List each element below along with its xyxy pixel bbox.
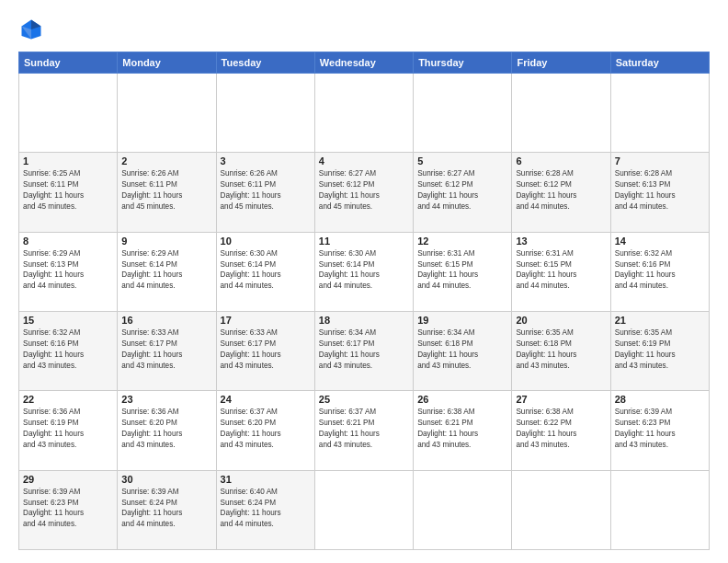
day-number: 20 (516, 315, 606, 326)
calendar-cell: 15Sunrise: 6:32 AMSunset: 6:16 PMDayligh… (19, 311, 118, 390)
calendar-cell (19, 74, 118, 153)
day-info: Sunrise: 6:30 AMSunset: 6:14 PMDaylight:… (221, 248, 311, 293)
calendar-cell: 25Sunrise: 6:37 AMSunset: 6:21 PMDayligh… (314, 391, 413, 470)
day-info: Sunrise: 6:39 AMSunset: 6:24 PMDaylight:… (121, 487, 211, 531)
day-info: Sunrise: 6:27 AMSunset: 6:12 PMDaylight:… (319, 168, 409, 213)
calendar-cell (610, 470, 709, 549)
day-info: Sunrise: 6:28 AMSunset: 6:12 PMDaylight:… (516, 168, 606, 213)
calendar-cell (414, 74, 512, 153)
day-info: Sunrise: 6:34 AMSunset: 6:17 PMDaylight:… (319, 327, 409, 372)
day-number: 31 (221, 474, 311, 485)
logo-icon (18, 17, 44, 42)
day-info: Sunrise: 6:29 AMSunset: 6:14 PMDaylight:… (121, 248, 211, 293)
calendar-cell: 17Sunrise: 6:33 AMSunset: 6:17 PMDayligh… (216, 311, 314, 390)
col-header-friday: Friday (512, 52, 610, 74)
day-number: 21 (615, 315, 705, 326)
calendar-cell: 2Sunrise: 6:26 AMSunset: 6:11 PMDaylight… (118, 153, 216, 232)
day-info: Sunrise: 6:38 AMSunset: 6:22 PMDaylight:… (516, 407, 606, 451)
day-info: Sunrise: 6:32 AMSunset: 6:16 PMDaylight:… (23, 327, 113, 372)
calendar-cell: 22Sunrise: 6:36 AMSunset: 6:19 PMDayligh… (19, 391, 118, 470)
day-info: Sunrise: 6:28 AMSunset: 6:13 PMDaylight:… (615, 168, 705, 213)
day-number: 2 (121, 155, 211, 167)
day-number: 13 (516, 236, 606, 247)
day-number: 6 (516, 155, 606, 167)
day-number: 1 (23, 155, 113, 167)
calendar-cell: 27Sunrise: 6:38 AMSunset: 6:22 PMDayligh… (512, 391, 610, 470)
day-info: Sunrise: 6:35 AMSunset: 6:19 PMDaylight:… (615, 327, 705, 372)
day-info: Sunrise: 6:34 AMSunset: 6:18 PMDaylight:… (417, 327, 507, 372)
calendar-cell (314, 74, 413, 153)
day-info: Sunrise: 6:30 AMSunset: 6:14 PMDaylight:… (319, 248, 409, 293)
col-header-monday: Monday (118, 52, 216, 74)
day-number: 26 (417, 394, 507, 405)
calendar-cell: 8Sunrise: 6:29 AMSunset: 6:13 PMDaylight… (19, 232, 118, 311)
calendar-cell: 6Sunrise: 6:28 AMSunset: 6:12 PMDaylight… (512, 153, 610, 232)
col-header-thursday: Thursday (414, 52, 512, 74)
col-header-saturday: Saturday (610, 52, 709, 74)
calendar-cell: 30Sunrise: 6:39 AMSunset: 6:24 PMDayligh… (118, 470, 216, 549)
day-number: 5 (417, 155, 507, 167)
day-number: 14 (615, 236, 705, 247)
calendar-cell (414, 470, 512, 549)
calendar-cell: 10Sunrise: 6:30 AMSunset: 6:14 PMDayligh… (216, 232, 314, 311)
calendar-cell: 11Sunrise: 6:30 AMSunset: 6:14 PMDayligh… (314, 232, 413, 311)
day-number: 29 (23, 474, 113, 485)
header (18, 17, 710, 42)
day-number: 19 (417, 315, 507, 326)
calendar-cell: 7Sunrise: 6:28 AMSunset: 6:13 PMDaylight… (610, 153, 709, 232)
calendar-cell: 9Sunrise: 6:29 AMSunset: 6:14 PMDaylight… (118, 232, 216, 311)
day-number: 25 (319, 394, 409, 405)
calendar-cell: 31Sunrise: 6:40 AMSunset: 6:24 PMDayligh… (216, 470, 314, 549)
calendar-cell: 16Sunrise: 6:33 AMSunset: 6:17 PMDayligh… (118, 311, 216, 390)
logo (18, 17, 48, 42)
calendar-cell: 26Sunrise: 6:38 AMSunset: 6:21 PMDayligh… (414, 391, 512, 470)
day-number: 15 (23, 315, 113, 326)
calendar-cell: 1Sunrise: 6:25 AMSunset: 6:11 PMDaylight… (19, 153, 118, 232)
col-header-sunday: Sunday (19, 52, 118, 74)
day-info: Sunrise: 6:26 AMSunset: 6:11 PMDaylight:… (221, 168, 311, 213)
day-number: 9 (121, 236, 211, 247)
calendar-cell: 3Sunrise: 6:26 AMSunset: 6:11 PMDaylight… (216, 153, 314, 232)
day-info: Sunrise: 6:36 AMSunset: 6:19 PMDaylight:… (23, 407, 113, 451)
calendar-cell: 21Sunrise: 6:35 AMSunset: 6:19 PMDayligh… (610, 311, 709, 390)
day-info: Sunrise: 6:38 AMSunset: 6:21 PMDaylight:… (417, 407, 507, 451)
col-header-tuesday: Tuesday (216, 52, 314, 74)
calendar-cell: 18Sunrise: 6:34 AMSunset: 6:17 PMDayligh… (314, 311, 413, 390)
day-info: Sunrise: 6:26 AMSunset: 6:11 PMDaylight:… (121, 168, 211, 213)
day-number: 30 (121, 474, 211, 485)
day-info: Sunrise: 6:31 AMSunset: 6:15 PMDaylight:… (417, 248, 507, 293)
calendar-cell (314, 470, 413, 549)
day-number: 22 (23, 394, 113, 405)
calendar-cell: 24Sunrise: 6:37 AMSunset: 6:20 PMDayligh… (216, 391, 314, 470)
calendar-cell (512, 74, 610, 153)
day-info: Sunrise: 6:32 AMSunset: 6:16 PMDaylight:… (615, 248, 705, 293)
calendar-cell: 5Sunrise: 6:27 AMSunset: 6:12 PMDaylight… (414, 153, 512, 232)
day-number: 23 (121, 394, 211, 405)
day-info: Sunrise: 6:31 AMSunset: 6:15 PMDaylight:… (516, 248, 606, 293)
day-number: 24 (221, 394, 311, 405)
day-info: Sunrise: 6:35 AMSunset: 6:18 PMDaylight:… (516, 327, 606, 372)
day-info: Sunrise: 6:29 AMSunset: 6:13 PMDaylight:… (23, 248, 113, 293)
day-number: 18 (319, 315, 409, 326)
day-number: 27 (516, 394, 606, 405)
calendar-cell (118, 74, 216, 153)
calendar-cell: 19Sunrise: 6:34 AMSunset: 6:18 PMDayligh… (414, 311, 512, 390)
calendar-cell (610, 74, 709, 153)
day-number: 3 (221, 155, 311, 167)
day-number: 10 (221, 236, 311, 247)
day-number: 11 (319, 236, 409, 247)
day-number: 8 (23, 236, 113, 247)
calendar-cell (216, 74, 314, 153)
calendar-cell: 4Sunrise: 6:27 AMSunset: 6:12 PMDaylight… (314, 153, 413, 232)
day-info: Sunrise: 6:33 AMSunset: 6:17 PMDaylight:… (121, 327, 211, 372)
day-info: Sunrise: 6:37 AMSunset: 6:21 PMDaylight:… (319, 407, 409, 451)
day-info: Sunrise: 6:39 AMSunset: 6:23 PMDaylight:… (23, 487, 113, 531)
day-info: Sunrise: 6:40 AMSunset: 6:24 PMDaylight:… (221, 487, 311, 531)
day-number: 12 (417, 236, 507, 247)
day-info: Sunrise: 6:25 AMSunset: 6:11 PMDaylight:… (23, 168, 113, 213)
calendar-cell (512, 470, 610, 549)
day-info: Sunrise: 6:27 AMSunset: 6:12 PMDaylight:… (417, 168, 507, 213)
day-info: Sunrise: 6:36 AMSunset: 6:20 PMDaylight:… (121, 407, 211, 451)
day-number: 17 (221, 315, 311, 326)
day-info: Sunrise: 6:39 AMSunset: 6:23 PMDaylight:… (615, 407, 705, 451)
